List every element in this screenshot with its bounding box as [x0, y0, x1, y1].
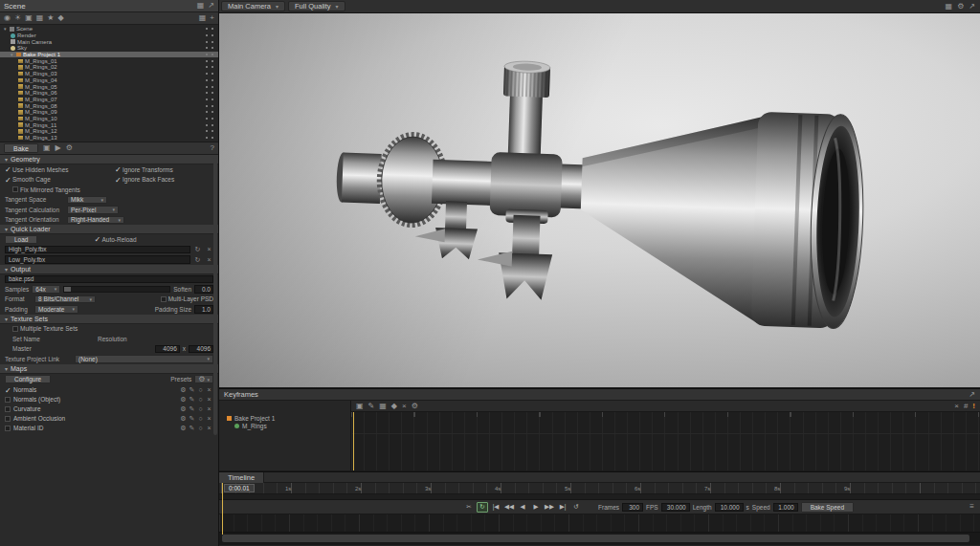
visibility-lock-icons[interactable]: [205, 33, 215, 37]
tangent-space-select[interactable]: Mikk: [67, 196, 107, 205]
map-preview-icon[interactable]: [196, 425, 205, 431]
new-folder-icon[interactable]: [210, 14, 214, 22]
visibility-lock-icons[interactable]: [205, 78, 215, 82]
output-section-header[interactable]: Output: [0, 265, 218, 274]
format-select[interactable]: 8 Bits/Channel: [34, 295, 96, 304]
texture-sets-section-header[interactable]: Texture Sets: [0, 315, 218, 324]
visibility-lock-icons[interactable]: [205, 72, 215, 76]
map-row-normals[interactable]: Normals: [0, 385, 218, 395]
viewport-layout-icon[interactable]: [946, 3, 953, 11]
fps-field[interactable]: 30.000: [661, 503, 690, 512]
go-to-end-button[interactable]: [557, 502, 568, 513]
multi-layer-psd-checkbox[interactable]: Multi-Layer PSD: [161, 295, 213, 302]
map-disabled-icon[interactable]: [5, 426, 11, 431]
high-poly-file-field[interactable]: High_Poly.fbx: [5, 246, 190, 254]
map-edit-icon[interactable]: [188, 405, 196, 412]
presets-menu-button[interactable]: [194, 375, 213, 383]
map-edit-icon[interactable]: [188, 386, 196, 393]
map-settings-icon[interactable]: [179, 396, 188, 403]
map-preview-icon[interactable]: [196, 405, 205, 412]
smooth-cage-checkbox[interactable]: Smooth Cage: [5, 176, 112, 183]
scene-tree-item-bake-project[interactable]: ▾Bake Project 1: [0, 52, 218, 58]
timeline-track-upper[interactable]: [219, 494, 980, 500]
viewport-maximize-icon[interactable]: [969, 3, 975, 11]
keyframes-settings-icon[interactable]: [412, 403, 418, 410]
auto-reload-checkbox[interactable]: Auto-Reload: [94, 236, 136, 243]
quality-select[interactable]: Full Quality: [288, 1, 345, 11]
use-hidden-meshes-checkbox[interactable]: Use Hidden Meshes: [5, 166, 112, 173]
speed-field[interactable]: 1.000: [773, 503, 798, 512]
load-button[interactable]: Load: [5, 235, 37, 245]
map-clear-icon[interactable]: [205, 405, 213, 412]
scene-tree-item-mesh[interactable]: M_Rings_11: [0, 121, 218, 128]
length-field[interactable]: 10.000: [715, 503, 744, 512]
help-icon[interactable]: [211, 144, 214, 152]
map-enabled-icon[interactable]: [5, 387, 11, 393]
add-render-icon[interactable]: [4, 14, 11, 22]
slider-handle[interactable]: [64, 287, 71, 292]
map-preview-icon[interactable]: [196, 396, 205, 403]
visibility-lock-icons[interactable]: [205, 85, 215, 89]
map-settings-icon[interactable]: [179, 415, 188, 422]
low-poly-file-field[interactable]: Low_Poly.fbx: [5, 255, 190, 264]
map-clear-icon[interactable]: [205, 425, 213, 431]
viewport-settings-icon[interactable]: [957, 3, 964, 11]
map-edit-icon[interactable]: [188, 425, 196, 431]
map-row-material-id[interactable]: Material ID: [0, 424, 218, 433]
keyframes-tree-item-bake-project[interactable]: Bake Project 1: [219, 414, 350, 423]
clear-low-poly-icon[interactable]: [205, 256, 213, 263]
scene-tree-item-mesh[interactable]: M_Rings_10: [0, 116, 218, 122]
timeline-options-icon[interactable]: [969, 503, 974, 511]
map-row-ambient-occlusion[interactable]: Ambient Occlusion: [0, 414, 218, 424]
soften-slider[interactable]: [63, 286, 170, 293]
bake-preview-icon[interactable]: [43, 144, 51, 152]
maps-section-header[interactable]: Maps: [0, 364, 218, 374]
frames-field[interactable]: 300: [622, 503, 643, 512]
bake-tab[interactable]: Bake: [4, 143, 38, 153]
key-filter-icon[interactable]: [391, 403, 397, 410]
scene-tree-item-mesh[interactable]: M_Rings_12: [0, 128, 218, 135]
bake-run-icon[interactable]: [56, 144, 61, 152]
scene-tree-item-mesh[interactable]: M_Rings_04: [0, 77, 218, 84]
visibility-lock-icons[interactable]: [205, 104, 215, 108]
loop-playback-button[interactable]: [477, 502, 488, 513]
keyframes-grid[interactable]: [351, 412, 980, 470]
reload-low-poly-icon[interactable]: [193, 256, 202, 263]
map-settings-icon[interactable]: [179, 386, 188, 393]
ignore-back-faces-checkbox[interactable]: Ignore Back Faces: [115, 176, 174, 183]
clear-all-keys-icon[interactable]: [954, 403, 959, 410]
map-disabled-icon[interactable]: [5, 416, 11, 422]
visibility-lock-icons[interactable]: [205, 129, 215, 133]
fix-mirrored-tangents-checkbox[interactable]: Fix Mirrored Tangents: [12, 186, 80, 193]
ignore-transforms-checkbox[interactable]: Ignore Transforms: [115, 166, 173, 173]
keyframes-playhead[interactable]: [353, 412, 354, 470]
map-row-normals-object[interactable]: Normals (Object): [0, 395, 218, 404]
scene-tree-item-mesh[interactable]: M_Rings_07: [0, 97, 218, 103]
camera-select[interactable]: Main Camera: [221, 1, 285, 11]
snap-frames-icon[interactable]: [964, 403, 968, 410]
current-time-display[interactable]: 0:00.01: [224, 484, 255, 492]
map-clear-icon[interactable]: [205, 386, 213, 393]
quick-loader-section-header[interactable]: Quick Loader: [0, 225, 218, 234]
bake-speed-button[interactable]: Bake Speed: [801, 502, 854, 513]
visibility-lock-icons[interactable]: [205, 123, 215, 127]
scrollbar-thumb[interactable]: [222, 535, 969, 542]
map-preview-icon[interactable]: [196, 415, 205, 422]
map-row-curvature[interactable]: Curvature: [0, 404, 218, 414]
scene-tree-item-mesh[interactable]: M_Rings_09: [0, 109, 218, 116]
visibility-lock-icons[interactable]: [205, 136, 215, 140]
timeline-ruler[interactable]: 0:00.01 1s 2s 3s 4s 5s 6s 7s 8s 9s: [219, 483, 980, 494]
visibility-lock-icons[interactable]: [205, 40, 215, 44]
scene-tree-item-mesh[interactable]: M_Rings_06: [0, 90, 218, 97]
add-shadow-catcher-icon[interactable]: [57, 14, 63, 22]
map-settings-icon[interactable]: [179, 425, 188, 431]
visibility-lock-icons[interactable]: [205, 65, 215, 69]
visibility-lock-icons[interactable]: [205, 46, 215, 50]
scene-tree-item-mesh[interactable]: M_Rings_03: [0, 71, 218, 77]
texture-project-link-select[interactable]: (None): [75, 355, 213, 363]
visibility-lock-icons[interactable]: [205, 53, 215, 56]
add-effect-icon[interactable]: [47, 14, 54, 22]
geometry-section-header[interactable]: Geometry: [0, 155, 218, 164]
scene-tree-item-mesh[interactable]: M_Rings_02: [0, 64, 218, 71]
go-to-start-button[interactable]: [490, 502, 501, 513]
